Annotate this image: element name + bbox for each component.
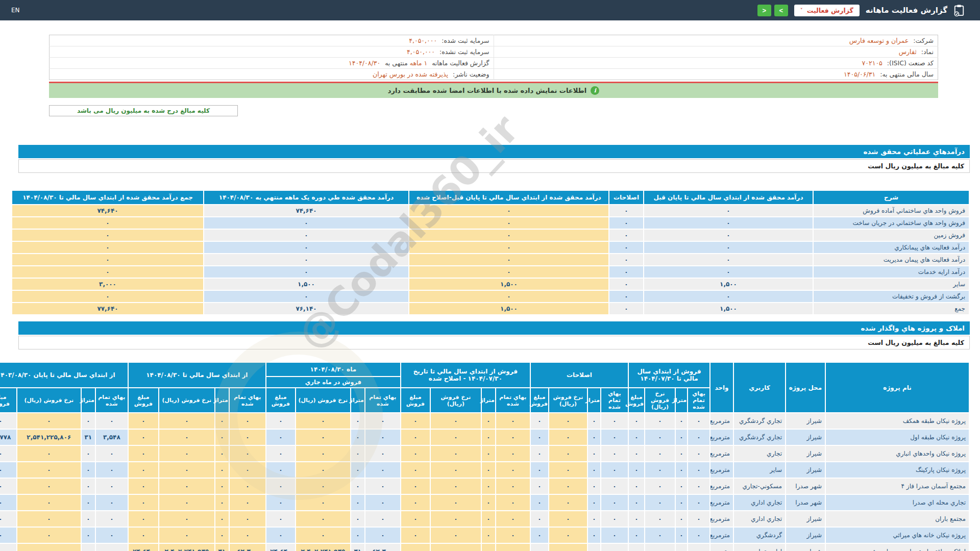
table-cell: ۰ bbox=[549, 495, 587, 510]
table-cell: ۰ bbox=[12, 266, 203, 278]
company-info-row: سال مالی منتهی به: ۱۴۰۵/۰۶/۳۱ وضعیت ناشر… bbox=[50, 69, 938, 80]
table-cell: ۰ bbox=[588, 462, 600, 478]
project-row: مجتمع بارانشيرازتجاري اداريمترمربع۰۰۰۰۰۰… bbox=[0, 511, 969, 527]
company-info-table: شرکت: عمران و توسعه فارس سرمایه ثبت شده:… bbox=[49, 35, 938, 80]
table-cell: ۱,۵۰۰ bbox=[204, 279, 408, 290]
table-cell: تجاري گردشگري bbox=[734, 413, 785, 429]
table-cell: ۰ bbox=[296, 430, 350, 445]
table-cell: ۰ bbox=[365, 446, 400, 461]
table-cell: ۰ bbox=[409, 254, 608, 265]
table-cell: فروش واحد هاي ساختماني در جريان ساخت bbox=[814, 217, 969, 229]
table-cell: ۰ bbox=[609, 242, 643, 253]
table-cell: ۰ bbox=[159, 413, 214, 429]
issuer-status-cell: وضعیت ناشر: پذیرفته شده در بورس تهران bbox=[50, 69, 494, 80]
table-cell: ۰ bbox=[17, 544, 81, 551]
table-cell: ۷۴,۶۴۰ bbox=[204, 205, 408, 216]
table-cell: ۰ bbox=[549, 413, 587, 429]
table-cell: ۱,۵۰۰ bbox=[409, 303, 608, 314]
table-cell: شهر صدرا bbox=[786, 495, 825, 510]
table-cell: ۰ bbox=[401, 479, 430, 494]
sub-header-rate: نرخ فروش (ريال) bbox=[296, 388, 350, 412]
table-cell: ۰ bbox=[601, 446, 628, 461]
table-cell: ۰ bbox=[409, 205, 608, 216]
table-cell: ۰ bbox=[688, 495, 709, 510]
table-cell: ۰ bbox=[96, 479, 128, 494]
project-row: پروژه نيکان طبقه اولشيرازتجاري گردشگريمت… bbox=[0, 430, 969, 445]
revenues-table-body: فروش واحد هاي ساختماني آماده فروش۰۰۰۷۴,۶… bbox=[12, 205, 969, 314]
table-cell: ۰ bbox=[215, 430, 229, 445]
amounts-note-row: کلیه مبالغ درج شده به میلیون ریال می باش… bbox=[49, 105, 938, 116]
table-cell: ۰ bbox=[0, 495, 16, 510]
table-cell: ۰ bbox=[0, 479, 16, 494]
table-cell: ۷۴,۶۴۰ bbox=[266, 544, 295, 551]
table-cell: ۰ bbox=[601, 511, 628, 527]
table-cell: ۱,۵۰۰ bbox=[409, 279, 608, 290]
table-cell: ۰ bbox=[204, 242, 408, 253]
group-header-current-month: ماه ۱۴۰۴/۰۸/۳۰ bbox=[266, 363, 400, 376]
column-header-unit: واحد bbox=[710, 363, 733, 412]
table-cell: شيراز bbox=[786, 511, 825, 527]
company-info-section: شرکت: عمران و توسعه فارس سرمایه ثبت شده:… bbox=[49, 35, 938, 80]
field-value: ۴,۰۵۰,۰۰۰ bbox=[409, 37, 437, 44]
field-label: شرکت: bbox=[913, 37, 934, 44]
table-cell: ۰ bbox=[549, 479, 587, 494]
sub-header-cost: بهاي تمام شده bbox=[96, 388, 128, 412]
project-row: پروژه نيکان پارکينگشيرازسايرمترمربع۰۰۰۰۰… bbox=[0, 462, 969, 478]
table-cell: ۰ bbox=[588, 544, 600, 551]
table-cell: ۰ bbox=[601, 495, 628, 510]
sub-header-area: متراژ bbox=[351, 388, 364, 412]
table-cell: ۰ bbox=[549, 430, 587, 445]
table-cell: ۰ bbox=[629, 413, 644, 429]
table-cell: ۰ bbox=[496, 462, 530, 478]
table-cell: ۰ bbox=[266, 479, 295, 494]
table-cell: ۰ bbox=[496, 446, 530, 461]
table-cell: ۰ bbox=[129, 413, 158, 429]
sub-header-amount: مبلغ فروش bbox=[401, 388, 430, 412]
sub-header-area: متراژ bbox=[676, 388, 687, 412]
revenue-row: درآمد ارايه خدمات۰۰۰۰۰ bbox=[12, 266, 969, 278]
column-header-project-name: نام پروژه bbox=[826, 363, 969, 412]
table-cell: ۰ bbox=[645, 511, 675, 527]
previous-report-button[interactable]: < bbox=[757, 5, 771, 16]
table-cell: فروش زمين bbox=[814, 230, 969, 241]
sub-header-rate: نرخ فروش (ريال) bbox=[549, 388, 587, 412]
table-cell: درآمد فعاليت هاي پيمانکاري bbox=[814, 242, 969, 253]
column-header-project-location: محل پروژه bbox=[786, 363, 825, 412]
table-cell: اداري تجاري bbox=[734, 544, 785, 551]
table-cell: ۰ bbox=[431, 495, 481, 510]
table-cell: ۰ bbox=[204, 254, 408, 265]
table-cell: مجتمع آسمان صدرا فاز ۴ bbox=[826, 479, 969, 494]
sub-header-area: متراژ bbox=[588, 388, 600, 412]
table-cell: ساير bbox=[734, 462, 785, 478]
table-cell: ۰ bbox=[496, 528, 530, 543]
table-cell: ۰ bbox=[17, 495, 81, 510]
sub-header-rate: نرخ فروش (ريال) bbox=[431, 388, 481, 412]
revenue-row: فروش زمين۰۰۰۰۰ bbox=[12, 230, 969, 241]
english-language-link[interactable]: EN bbox=[11, 7, 20, 14]
table-cell: ۰ bbox=[401, 495, 430, 510]
operating-revenues-section: درآمدهاي عملياتي محقق شده کلیه مبالغ به … bbox=[18, 145, 970, 315]
report-type-dropdown[interactable]: گزارش فعالیت ˅ bbox=[794, 5, 860, 16]
table-cell: ۰ bbox=[266, 413, 295, 429]
table-cell: ۰ bbox=[230, 511, 265, 527]
table-cell: ۰ bbox=[482, 511, 495, 527]
table-cell: ۰ bbox=[82, 528, 95, 543]
table-cell: ۰ bbox=[531, 479, 548, 494]
signature-match-alert: i اطلاعات نمایش داده شده با اطلاعات امضا… bbox=[49, 83, 938, 98]
report-type-dropdown-label: گزارش فعالیت bbox=[807, 7, 853, 14]
table-cell: ۰ bbox=[644, 205, 813, 216]
next-report-button[interactable]: > bbox=[774, 5, 788, 16]
subgroup-header-current-month-sales: فروش در ماه جاري bbox=[266, 377, 400, 387]
table-cell: ۰ bbox=[266, 528, 295, 543]
table-cell: ۰ bbox=[676, 479, 687, 494]
revenue-row: فروش واحد هاي ساختماني در جريان ساخت۰۰۰۰… bbox=[12, 217, 969, 229]
field-label: کد صنعت (ISIC): bbox=[887, 59, 934, 67]
table-cell: مترمربع bbox=[710, 511, 733, 527]
company-info-row: شرکت: عمران و توسعه فارس سرمایه ثبت شده:… bbox=[50, 35, 938, 46]
table-cell: ۰ bbox=[129, 495, 158, 510]
table-cell: ۰ bbox=[365, 462, 400, 478]
table-cell: ۰ bbox=[644, 230, 813, 241]
table-cell: ۰ bbox=[351, 479, 364, 494]
top-bar-cluster: گزارش فعالیت ماهانه گزارش فعالیت ˅ > < bbox=[757, 4, 965, 16]
table-cell: ۰ bbox=[676, 511, 687, 527]
